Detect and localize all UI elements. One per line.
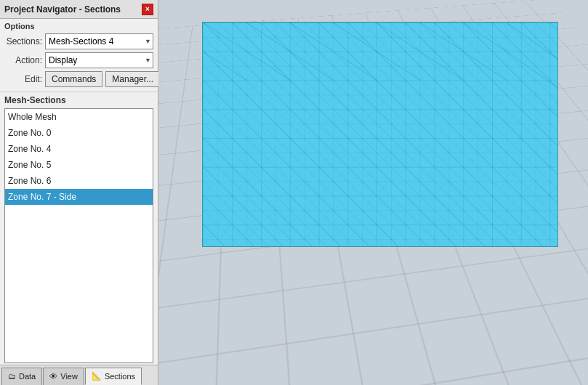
list-item[interactable]: Zone No. 0 xyxy=(5,125,153,141)
view-tab-icon: 👁 xyxy=(49,372,57,381)
list-item[interactable]: Zone No. 5 xyxy=(5,157,153,173)
panel-title: Project Navigator - Sections xyxy=(4,4,121,15)
edit-row: Edit: Commands Manager... xyxy=(0,70,158,89)
tab-view[interactable]: 👁 View xyxy=(43,368,84,385)
action-label: Action: xyxy=(4,55,42,65)
bottom-tabs: 🗂 Data 👁 View 📐 Sections xyxy=(0,365,158,385)
action-select-wrapper[interactable]: Display ▼ xyxy=(45,52,153,68)
panel-titlebar: Project Navigator - Sections × xyxy=(0,0,158,19)
list-item[interactable]: Zone No. 6 xyxy=(5,173,153,189)
viewport xyxy=(158,0,588,385)
sections-label: Sections: xyxy=(4,36,42,46)
mesh-panel xyxy=(202,22,558,247)
action-row: Action: Display ▼ xyxy=(0,51,158,70)
sections-row: Sections: Mesh-Sections 4 ▼ xyxy=(0,32,158,51)
commands-button[interactable]: Commands xyxy=(45,71,102,87)
sections-select[interactable]: Mesh-Sections 4 xyxy=(45,33,153,49)
left-panel: Project Navigator - Sections × Options S… xyxy=(0,0,158,385)
svg-rect-9 xyxy=(204,23,557,246)
list-item[interactable]: Zone No. 7 - Side xyxy=(5,189,153,205)
sections-tab-label: Sections xyxy=(105,372,135,381)
sections-select-wrapper[interactable]: Mesh-Sections 4 ▼ xyxy=(45,33,153,49)
action-select[interactable]: Display xyxy=(45,52,153,68)
edit-label: Edit: xyxy=(4,74,42,84)
manager-button[interactable]: Manager... xyxy=(105,71,160,87)
tab-sections[interactable]: 📐 Sections xyxy=(85,368,142,385)
tab-data[interactable]: 🗂 Data xyxy=(1,368,42,385)
sections-tab-icon: 📐 xyxy=(92,371,102,381)
list-item[interactable]: Whole Mesh xyxy=(5,109,153,125)
mesh-sections-list[interactable]: Whole MeshZone No. 0Zone No. 4Zone No. 5… xyxy=(4,108,153,363)
mesh-svg xyxy=(203,23,557,246)
data-tab-icon: 🗂 xyxy=(8,372,16,381)
options-label: Options xyxy=(0,19,158,32)
data-tab-label: Data xyxy=(19,372,36,381)
close-button[interactable]: × xyxy=(142,4,153,15)
view-tab-label: View xyxy=(60,372,78,381)
list-item[interactable]: Zone No. 4 xyxy=(5,141,153,157)
mesh-sections-header: Mesh-Sections xyxy=(0,92,158,107)
